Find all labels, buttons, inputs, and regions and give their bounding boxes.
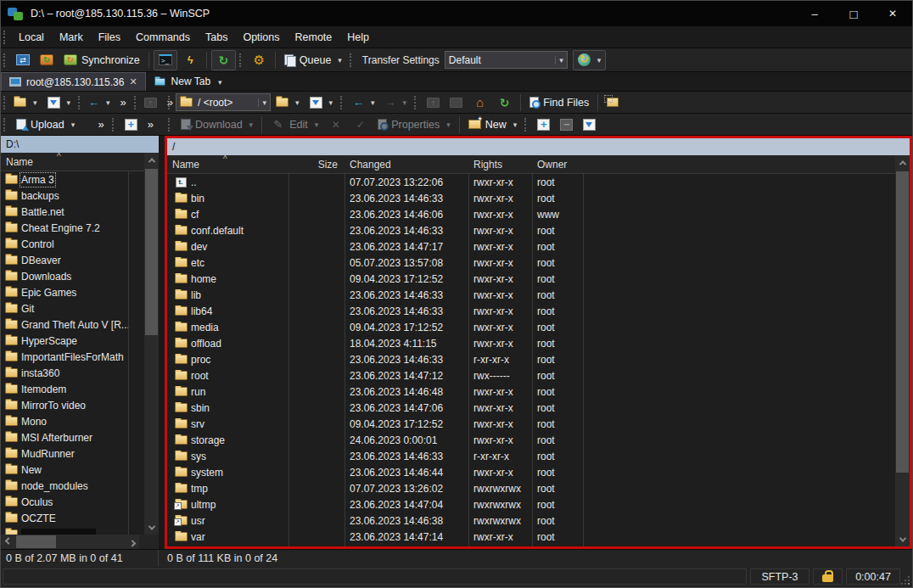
tab-new-session[interactable]: New Tab: [146, 72, 230, 91]
download-button[interactable]: Download: [176, 115, 257, 135]
remote-root-directory-button[interactable]: [445, 92, 467, 113]
minimize-button[interactable]: [795, 1, 834, 26]
close-button[interactable]: [873, 1, 912, 26]
rename-button[interactable]: [349, 115, 372, 135]
local-path-bar[interactable]: D:\: [1, 136, 159, 153]
remote-table-row[interactable]: offload 18.04.2023 4:11:15 rwxr-xr-x roo…: [167, 335, 895, 351]
scroll-right-button[interactable]: [125, 535, 139, 549]
tab-session[interactable]: root@185.130.115.36: [1, 72, 146, 91]
local-list-item[interactable]: MirrorTo video: [1, 397, 144, 413]
local-list-item[interactable]: Oculus: [1, 494, 144, 510]
local-toolbar-overflow[interactable]: [116, 92, 131, 113]
preferences-layout-button[interactable]: [12, 50, 34, 70]
scrollbar-thumb[interactable]: [896, 171, 909, 473]
local-add-button[interactable]: [120, 115, 142, 135]
menu-item[interactable]: Local: [11, 26, 52, 48]
menu-item[interactable]: Tabs: [198, 26, 235, 48]
remote-table-row[interactable]: proc 23.06.2023 14:46:33 r-xr-xr-x root: [167, 351, 895, 367]
scrollbar-thumb[interactable]: [145, 169, 158, 335]
local-filter-button[interactable]: [43, 92, 76, 113]
remote-add-button[interactable]: [533, 115, 554, 135]
scroll-up-button[interactable]: [144, 153, 159, 167]
remote-table-row[interactable]: home 09.04.2023 17:12:52 rwxr-xr-x root: [167, 271, 895, 287]
local-list-item[interactable]: Control: [1, 236, 144, 252]
remote-table-row[interactable]: [167, 545, 895, 546]
local-list-item[interactable]: insta360: [1, 365, 144, 381]
toolbar-grip[interactable]: [3, 96, 5, 109]
maximize-button[interactable]: [834, 1, 873, 26]
copy-session-button[interactable]: [602, 92, 623, 113]
local-list-item[interactable]: Itemodem: [1, 381, 144, 397]
synchronize-browsing-button[interactable]: [36, 50, 58, 70]
remote-table-row[interactable]: srv 09.04.2023 17:12:52 rwxr-xr-x root: [167, 416, 895, 432]
remote-table-row[interactable]: sys 23.06.2023 14:46:33 r-xr-xr-x root: [167, 448, 895, 464]
local-list-item[interactable]: DBeaver: [1, 252, 144, 268]
encryption-cell[interactable]: [813, 568, 843, 585]
toolbar-grip[interactable]: [239, 53, 244, 67]
local-list-item[interactable]: HyperScape: [1, 333, 144, 349]
scroll-down-button[interactable]: [144, 520, 159, 535]
properties-button[interactable]: Properties: [373, 115, 455, 135]
remote-remove-button[interactable]: [556, 115, 577, 135]
local-panel-overflow[interactable]: [143, 115, 158, 135]
remote-table-row[interactable]: usr 23.06.2023 14:46:38 rwxrwxrwx root: [167, 512, 895, 529]
toolbar-grip[interactable]: [3, 53, 8, 67]
remote-table-row[interactable]: storage 24.06.2023 0:00:01 rwxr-xr-x roo…: [167, 432, 895, 448]
remote-table-row[interactable]: sbin 23.06.2023 14:47:06 rwxr-xr-x root: [167, 400, 895, 416]
remote-table-row[interactable]: run 23.06.2023 14:46:48 rwxr-xr-x root: [167, 384, 895, 400]
synchronize-button[interactable]: Synchronize: [59, 50, 144, 70]
menu-item[interactable]: Files: [91, 26, 128, 48]
local-list-item[interactable]: Downloads: [1, 268, 144, 284]
local-list-item[interactable]: OCZTE: [1, 510, 144, 526]
local-list-item[interactable]: Git: [1, 300, 144, 316]
toolbar-grip[interactable]: [340, 96, 344, 109]
edit-button[interactable]: Edit: [266, 115, 322, 135]
local-vertical-scrollbar[interactable]: [144, 153, 159, 535]
refresh-session-button[interactable]: [211, 50, 236, 70]
upload-button[interactable]: Upload: [12, 115, 79, 135]
remote-table-row[interactable]: lib64 23.06.2023 14:46:33 rwxr-xr-x root: [167, 303, 895, 319]
remote-path-select[interactable]: / <root>: [176, 93, 271, 111]
remote-rights-column[interactable]: Rights: [468, 155, 532, 174]
remote-forward-button[interactable]: →: [381, 92, 412, 113]
remote-home-button[interactable]: [468, 92, 491, 113]
toolbar-grip[interactable]: [524, 118, 529, 132]
scroll-up-button[interactable]: [895, 155, 910, 170]
toolbar-grip[interactable]: [112, 118, 116, 132]
remote-size-column[interactable]: Size: [288, 155, 344, 174]
preferences-button[interactable]: [248, 50, 271, 70]
transfer-options-button[interactable]: [573, 50, 607, 70]
scroll-left-button[interactable]: [1, 535, 15, 549]
new-button[interactable]: New: [464, 115, 522, 135]
remote-parent-directory-button[interactable]: [423, 92, 444, 113]
remote-table-row[interactable]: system 23.06.2023 14:46:44 rwxr-xr-x roo…: [167, 464, 895, 480]
local-commands-overflow[interactable]: [94, 115, 109, 135]
find-files-button[interactable]: Find Files: [525, 92, 593, 113]
local-list-item[interactable]: Grand Theft Auto V [R...: [1, 316, 144, 333]
remote-filter-toggle-button[interactable]: [579, 115, 600, 135]
local-list-item[interactable]: Cheat Engine 7.2: [1, 220, 144, 236]
toolbar-grip[interactable]: [3, 118, 8, 132]
menu-item[interactable]: Help: [339, 26, 377, 48]
scrollbar-thumb[interactable]: [16, 535, 56, 548]
remote-table-row[interactable]: root 23.06.2023 14:47:12 rwx------ root: [167, 367, 895, 384]
toolbar-grip[interactable]: [168, 118, 172, 132]
toolbar-grip[interactable]: [414, 96, 418, 109]
remote-table-row[interactable]: lib 23.06.2023 14:46:33 rwxr-xr-x root: [167, 287, 895, 303]
toolbar-grip[interactable]: [78, 96, 80, 109]
queue-button[interactable]: Queue: [280, 50, 346, 70]
local-column-header[interactable]: Name: [1, 153, 144, 171]
delete-button[interactable]: [324, 115, 347, 135]
remote-refresh-button[interactable]: [493, 92, 516, 113]
remote-open-directory-button[interactable]: [272, 92, 304, 113]
local-list-item[interactable]: Epic Games: [1, 284, 144, 300]
remote-table-row[interactable]: etc 05.07.2023 13:57:08 rwxr-xr-x root: [167, 255, 895, 271]
local-list-item[interactable]: MudRunner: [1, 445, 144, 462]
local-list-item[interactable]: backups: [1, 188, 144, 204]
local-list-item[interactable]: MSI Afterburner: [1, 429, 144, 445]
remote-table-row[interactable]: bin 23.06.2023 14:46:33 rwxr-xr-x root: [167, 190, 895, 206]
transfer-settings-select[interactable]: Default: [445, 51, 568, 69]
remote-table-row[interactable]: conf.default 23.06.2023 14:46:33 rwxr-xr…: [167, 222, 895, 238]
toolbar-grip[interactable]: [3, 31, 8, 44]
toolbar-grip[interactable]: [350, 53, 354, 67]
